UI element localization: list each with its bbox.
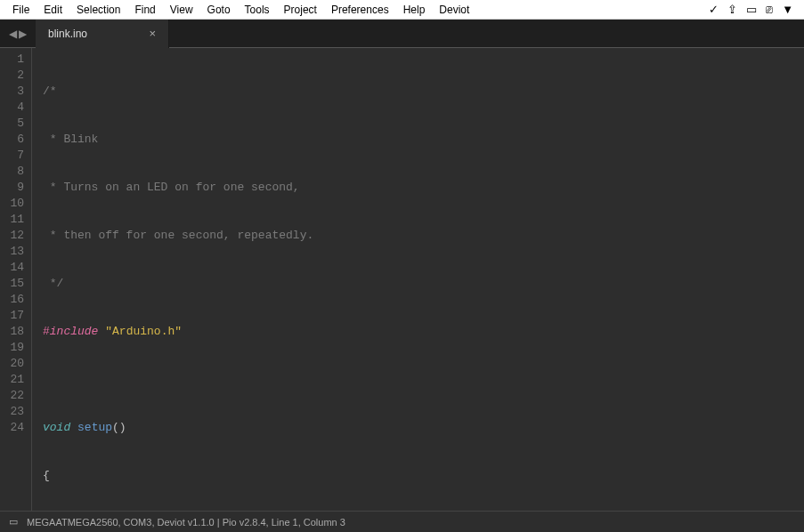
- editor[interactable]: 1 2 3 4 5 6 7 8 9 10 11 12 13 14 15 16 1…: [0, 48, 804, 511]
- line-number: 13: [0, 244, 24, 260]
- line-number: 19: [0, 340, 24, 356]
- tab-label: blink.ino: [48, 28, 87, 40]
- nav-forward-icon[interactable]: ▶: [19, 28, 27, 40]
- tab-close-icon[interactable]: ×: [131, 27, 156, 40]
- line-number: 11: [0, 212, 24, 228]
- clean-icon[interactable]: ⎚: [766, 3, 773, 16]
- line-number: 23: [0, 404, 24, 420]
- menu-help[interactable]: Help: [396, 2, 433, 18]
- menu-edit[interactable]: Edit: [37, 2, 69, 18]
- code-line: {: [43, 468, 376, 484]
- nav-back-icon[interactable]: ◀: [9, 28, 17, 40]
- line-number: 8: [0, 164, 24, 180]
- line-number: 20: [0, 356, 24, 372]
- line-number: 4: [0, 100, 24, 116]
- menu-deviot[interactable]: Deviot: [432, 2, 476, 18]
- line-number: 12: [0, 228, 24, 244]
- menu-selection[interactable]: Selection: [69, 2, 127, 18]
- line-number: 24: [0, 420, 24, 436]
- line-number: 22: [0, 388, 24, 404]
- status-text: MEGAATMEGA2560, COM3, Deviot v1.1.0 | Pi…: [27, 517, 345, 528]
- line-number: 10: [0, 196, 24, 212]
- code-line: [43, 372, 376, 388]
- code-line: * Blink: [43, 132, 376, 148]
- code-line: */: [43, 276, 376, 292]
- line-number: 3: [0, 84, 24, 100]
- menu-preferences[interactable]: Preferences: [324, 2, 396, 18]
- build-icon[interactable]: ✓: [709, 3, 719, 16]
- nav-arrows: ◀ ▶: [0, 28, 36, 40]
- status-bar: ▭ MEGAATMEGA2560, COM3, Deviot v1.1.0 | …: [0, 511, 804, 532]
- panel-icon[interactable]: ▭: [9, 516, 18, 528]
- line-number: 2: [0, 68, 24, 84]
- menu-tools[interactable]: Tools: [238, 2, 277, 18]
- line-number: 5: [0, 116, 24, 132]
- menu-bar: File Edit Selection Find View Goto Tools…: [0, 0, 804, 20]
- toolbar-icons: ✓ ⇪ ▭ ⎚ ▼: [709, 3, 799, 16]
- line-number: 18: [0, 324, 24, 340]
- line-number: 6: [0, 132, 24, 148]
- dropdown-icon[interactable]: ▼: [782, 3, 793, 16]
- line-number: 21: [0, 372, 24, 388]
- line-number: 14: [0, 260, 24, 276]
- code-line: #include "Arduino.h": [43, 324, 376, 340]
- line-number: 17: [0, 308, 24, 324]
- code-area[interactable]: /* * Blink * Turns on an LED on for one …: [32, 48, 376, 511]
- code-line: /*: [43, 84, 376, 100]
- line-gutter: 1 2 3 4 5 6 7 8 9 10 11 12 13 14 15 16 1…: [0, 48, 32, 511]
- menu-project[interactable]: Project: [277, 2, 324, 18]
- menu-find[interactable]: Find: [127, 2, 162, 18]
- line-number: 1: [0, 52, 24, 68]
- code-line: * then off for one second, repeatedly.: [43, 228, 376, 244]
- menu-file[interactable]: File: [5, 2, 37, 18]
- menu-view[interactable]: View: [163, 2, 200, 18]
- upload-icon[interactable]: ⇪: [727, 3, 737, 16]
- code-line: void setup(): [43, 420, 376, 436]
- code-line: * Turns on an LED on for one second,: [43, 180, 376, 196]
- tab-bar: ◀ ▶ blink.ino ×: [0, 20, 804, 48]
- tab-blink[interactable]: blink.ino ×: [36, 20, 169, 48]
- monitor-icon[interactable]: ▭: [746, 3, 757, 16]
- line-number: 15: [0, 276, 24, 292]
- line-number: 16: [0, 292, 24, 308]
- menu-goto[interactable]: Goto: [200, 2, 238, 18]
- line-number: 9: [0, 180, 24, 196]
- line-number: 7: [0, 148, 24, 164]
